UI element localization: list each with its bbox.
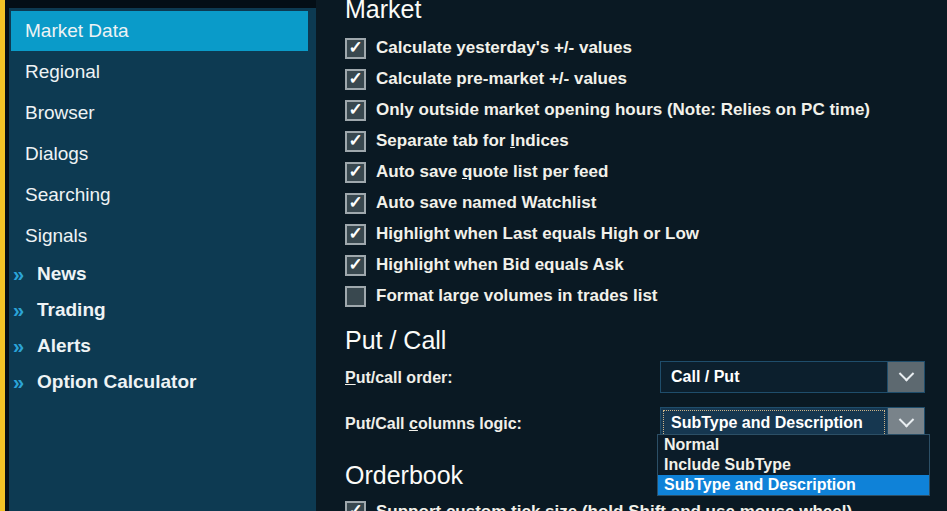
checkbox[interactable] xyxy=(345,100,366,121)
checkbox-row-highlight-last[interactable]: Highlight when Last equals High or Low xyxy=(345,219,947,250)
sidebar-item-label: Dialogs xyxy=(25,143,88,165)
checkbox-row-custom-tick-size[interactable]: Support custom tick size (hold Shift and… xyxy=(345,496,947,511)
market-checkbox-group: Calculate yesterday's +/- values Calcula… xyxy=(345,33,947,312)
checkbox-label: Highlight when Last equals High or Low xyxy=(376,224,699,244)
sidebar-item-trading[interactable]: » Trading xyxy=(9,292,316,328)
checkbox-row-autosave-quote-list[interactable]: Auto save quote list per feed xyxy=(345,157,947,188)
putcall-logic-label: Put/Call columns logic: xyxy=(345,415,522,433)
checkbox-row-separate-tab-indices[interactable]: Separate tab for Indices xyxy=(345,126,947,157)
dropdown-arrow-button[interactable] xyxy=(887,408,924,438)
checkbox-row-highlight-bid-ask[interactable]: Highlight when Bid equals Ask xyxy=(345,250,947,281)
checkbox-row-format-volumes[interactable]: Format large volumes in trades list xyxy=(345,281,947,312)
sidebar-item-label: Trading xyxy=(37,299,106,321)
expand-chevron-icon: » xyxy=(13,335,37,358)
putcall-order-dropdown[interactable]: Call / Put xyxy=(660,361,925,393)
sidebar-item-label: Option Calculator xyxy=(37,371,196,393)
section-heading-put-call: Put / Call xyxy=(345,326,947,355)
sidebar-item-label: Regional xyxy=(25,61,100,83)
orderbook-checkbox-group: Support custom tick size (hold Shift and… xyxy=(345,496,947,511)
checkbox-label: Calculate yesterday's +/- values xyxy=(376,38,632,58)
checkbox-label: Only outside market opening hours (Note:… xyxy=(376,100,870,120)
putcall-order-label: Put/call order: xyxy=(345,369,453,387)
dropdown-option-subtype-and-description[interactable]: SubType and Description xyxy=(658,475,929,495)
checkbox-label: Separate tab for Indices xyxy=(376,131,569,151)
checkbox-label: Calculate pre-market +/- values xyxy=(376,69,627,89)
checkbox-row-calc-yesterday[interactable]: Calculate yesterday's +/- values xyxy=(345,33,947,64)
sidebar-item-regional[interactable]: Regional xyxy=(9,51,316,92)
putcall-logic-option-list: Normal Include SubType SubType and Descr… xyxy=(657,434,930,496)
checkbox[interactable] xyxy=(345,501,366,511)
settings-category-sidebar: Market Data Regional Browser Dialogs Sea… xyxy=(9,8,316,511)
checkbox[interactable] xyxy=(345,38,366,59)
checkbox[interactable] xyxy=(345,255,366,276)
sidebar-item-label: Signals xyxy=(25,225,87,247)
dropdown-option-include-subtype[interactable]: Include SubType xyxy=(658,455,929,475)
checkbox[interactable] xyxy=(345,224,366,245)
checkbox-label: Format large volumes in trades list xyxy=(376,286,658,306)
checkbox-label: Auto save named Watchlist xyxy=(376,193,596,213)
putcall-order-row: Put/call order: Call / Put xyxy=(345,359,947,401)
sidebar-item-alerts[interactable]: » Alerts xyxy=(9,328,316,364)
sidebar-item-searching[interactable]: Searching xyxy=(9,174,316,215)
checkbox-row-outside-hours[interactable]: Only outside market opening hours (Note:… xyxy=(345,95,947,126)
chevron-down-icon xyxy=(898,412,914,428)
sidebar-item-market-data[interactable]: Market Data xyxy=(11,11,308,51)
checkbox-row-calc-premarket[interactable]: Calculate pre-market +/- values xyxy=(345,64,947,95)
sidebar-item-label: Searching xyxy=(25,184,111,206)
checkbox-label: Support custom tick size (hold Shift and… xyxy=(376,502,852,511)
putcall-logic-value: SubType and Description xyxy=(661,408,887,438)
dropdown-option-normal[interactable]: Normal xyxy=(658,435,929,455)
sidebar-item-option-calculator[interactable]: » Option Calculator xyxy=(9,364,316,400)
sidebar-item-label: Market Data xyxy=(25,20,128,42)
sidebar-item-label: News xyxy=(37,263,87,285)
checkbox[interactable] xyxy=(345,162,366,183)
dropdown-arrow-button[interactable] xyxy=(887,362,924,392)
checkbox-label: Highlight when Bid equals Ask xyxy=(376,255,624,275)
section-heading-market: Market xyxy=(345,0,947,24)
sidebar-item-signals[interactable]: Signals xyxy=(9,215,316,256)
checkbox-row-autosave-watchlist[interactable]: Auto save named Watchlist xyxy=(345,188,947,219)
expand-chevron-icon: » xyxy=(13,299,37,322)
sidebar-item-label: Alerts xyxy=(37,335,91,357)
expand-chevron-icon: » xyxy=(13,263,37,286)
window-accent-edge xyxy=(0,0,5,511)
sidebar-item-label: Browser xyxy=(25,102,95,124)
settings-panel-market-data: Market Calculate yesterday's +/- values … xyxy=(316,0,947,511)
expand-chevron-icon: » xyxy=(13,371,37,394)
chevron-down-icon xyxy=(898,366,914,382)
sidebar-item-news[interactable]: » News xyxy=(9,256,316,292)
sidebar-item-dialogs[interactable]: Dialogs xyxy=(9,133,316,174)
checkbox[interactable] xyxy=(345,131,366,152)
sidebar-item-browser[interactable]: Browser xyxy=(9,92,316,133)
checkbox-label: Auto save quote list per feed xyxy=(376,162,608,182)
checkbox[interactable] xyxy=(345,286,366,307)
checkbox[interactable] xyxy=(345,69,366,90)
checkbox[interactable] xyxy=(345,193,366,214)
putcall-order-value: Call / Put xyxy=(661,362,887,392)
